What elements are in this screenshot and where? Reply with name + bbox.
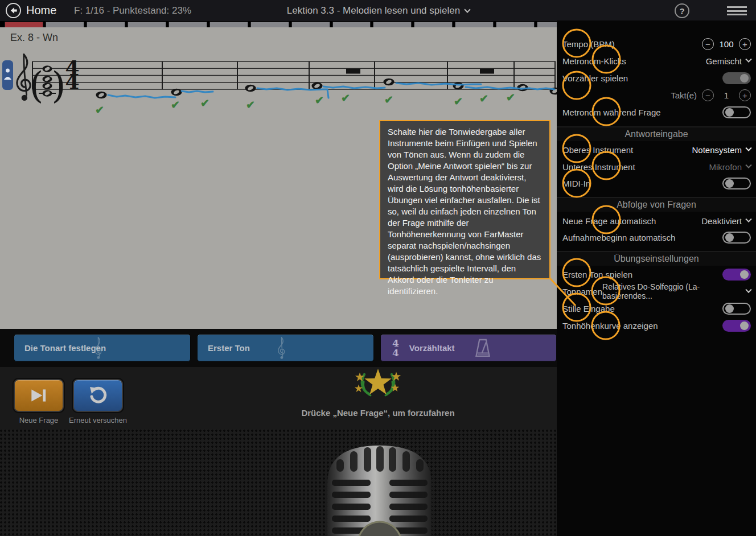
svg-text:✔: ✔ xyxy=(341,92,350,104)
tempo-row: Tempo (BPM) − 100 + xyxy=(557,35,756,52)
midi-in-label: MIDI-In xyxy=(562,179,590,188)
score-stars xyxy=(338,368,418,398)
svg-text:): ) xyxy=(52,64,66,106)
tempo-value: 100 xyxy=(719,39,734,49)
hamburger-menu-button[interactable] xyxy=(727,6,747,15)
skip-next-icon xyxy=(28,387,49,403)
bars-value: 1 xyxy=(719,90,734,100)
upper-instrument-label: Oberes Instrument xyxy=(562,145,633,155)
count-in-label: Vorzähler spielen xyxy=(562,73,628,83)
answer-input-header: Antworteingabe xyxy=(557,126,756,141)
count-in-toggle[interactable] xyxy=(722,72,751,84)
exercise-label: Ex. 8 - Wn xyxy=(10,32,58,44)
position-marker xyxy=(2,60,13,90)
treble-clef-icon xyxy=(93,336,103,361)
pitch-curve-row: Tonhöhenkurve anzeigen xyxy=(557,317,756,334)
new-question-auto-dropdown[interactable]: Deaktiviert xyxy=(701,216,751,226)
correct-checkmarks: ✔✔✔ ✔✔✔ ✔✔✔ ✔ xyxy=(95,92,515,116)
play-first-note-toggle[interactable] xyxy=(722,269,751,281)
transport-bar: Neue Frage Erneut versuchen xyxy=(0,367,557,430)
new-question-auto-row: Neue Frage automatisch Deaktiviert xyxy=(557,212,756,229)
bars-label: Takt(e) xyxy=(671,90,697,100)
count-in-time-signature: 44 xyxy=(392,339,399,357)
retry-icon xyxy=(88,386,108,405)
treble-clef-icon xyxy=(17,55,30,101)
svg-text:✔: ✔ xyxy=(454,96,463,108)
help-button[interactable]: ? xyxy=(675,3,689,18)
top-bar: Home F: 1/16 - Punktestand: 23% Lektion … xyxy=(0,0,756,21)
chevron-down-icon xyxy=(746,287,752,293)
silent-input-toggle[interactable] xyxy=(722,303,751,315)
svg-text:✔: ✔ xyxy=(95,104,104,116)
svg-text:4: 4 xyxy=(65,69,79,93)
svg-text:✔: ✔ xyxy=(384,94,393,106)
set-key-button[interactable]: Die Tonart festlegen xyxy=(14,334,191,362)
microphone-panel xyxy=(0,430,557,536)
auto-record-label: Aufnahmebeginn automatisch xyxy=(562,233,675,242)
svg-text:✔: ✔ xyxy=(506,92,515,104)
staff-lines xyxy=(32,61,556,89)
play-first-note-row: Ersten Ton spielen xyxy=(557,266,756,283)
back-button[interactable] xyxy=(6,3,21,18)
upper-instrument-dropdown[interactable]: Notensystem xyxy=(692,145,751,155)
svg-text:(: ( xyxy=(30,64,44,106)
note-names-label: Tonnamen xyxy=(562,287,602,296)
help-tooltip-text: Schalte hier die Tonwiedergabe aller Ins… xyxy=(388,127,541,296)
metronome-during-question-toggle[interactable] xyxy=(722,106,751,118)
home-label[interactable]: Home xyxy=(26,4,56,17)
metronome-during-question-row: Metronom während Frage xyxy=(557,104,756,121)
question-flow-header: Abfolge von Fragen xyxy=(557,197,756,212)
lower-instrument-row: Unteres Instrument Mikrofon xyxy=(557,158,756,175)
time-signature: 4 4 xyxy=(65,56,79,93)
bars-increase-button[interactable]: + xyxy=(739,89,751,101)
question-progress-label: F: 1/16 - Punktestand: 23% xyxy=(74,5,191,17)
svg-text:✔: ✔ xyxy=(171,99,180,111)
metronome-clicks-label: Metronom-Klicks xyxy=(562,56,626,66)
help-tooltip: Schalte hier die Tonwiedergabe aller Ins… xyxy=(379,120,550,279)
metronome-icon xyxy=(474,338,491,358)
metronome-during-question-label: Metronom während Frage xyxy=(562,108,661,117)
midi-in-row: MIDI-In xyxy=(557,175,756,192)
retry-button[interactable] xyxy=(73,379,123,412)
chevron-down-icon xyxy=(745,162,751,168)
new-question-auto-label: Neue Frage automatisch xyxy=(562,216,656,226)
earmaster-window: Home F: 1/16 - Punktestand: 23% Lektion … xyxy=(0,0,756,536)
count-in-row: Vorzähler spielen xyxy=(557,69,756,86)
midi-in-toggle[interactable] xyxy=(722,178,751,189)
treble-clef-icon xyxy=(276,336,286,361)
chevron-down-icon xyxy=(464,6,470,13)
note-names-dropdown[interactable]: Relatives Do-Solfeggio (La-basierendes..… xyxy=(602,282,751,300)
auto-record-row: Aufnahmebeginn automatisch xyxy=(557,229,756,246)
metronome-clicks-dropdown[interactable]: Gemischt xyxy=(706,56,751,66)
pitch-curve-toggle[interactable] xyxy=(722,320,751,332)
key-chord: ( ) xyxy=(30,64,66,106)
auto-record-toggle[interactable] xyxy=(722,232,751,244)
new-question-button[interactable] xyxy=(14,379,64,412)
tempo-label: Tempo (BPM) xyxy=(562,39,615,49)
count-in-button[interactable]: 44 Vorzähltakt xyxy=(380,334,557,362)
pitch-curve-label: Tonhöhenkurve anzeigen xyxy=(562,321,658,331)
chevron-down-icon xyxy=(745,56,751,63)
rests xyxy=(346,69,494,74)
tempo-increase-button[interactable]: + xyxy=(739,38,751,50)
exercise-action-bar: Die Tonart festlegen Erster Ton 44 Vorzä… xyxy=(0,329,557,367)
back-arrow-icon xyxy=(9,6,18,15)
upper-instrument-row: Oberes Instrument Notensystem xyxy=(557,141,756,158)
svg-text:✔: ✔ xyxy=(315,94,324,106)
chevron-down-icon xyxy=(745,145,751,151)
exercise-settings-header: Übungseinstellungen xyxy=(557,251,756,266)
note-names-row: Tonnamen Relatives Do-Solfeggio (La-basi… xyxy=(557,283,756,300)
tempo-decrease-button[interactable]: − xyxy=(702,38,714,50)
play-first-note-label: Ersten Ton spielen xyxy=(562,270,632,279)
silent-input-row: Stille Eingabe xyxy=(557,300,756,317)
first-note-button[interactable]: Erster Ton xyxy=(197,334,374,362)
bars-decrease-button[interactable]: − xyxy=(702,89,714,101)
lesson-title-dropdown[interactable]: Lektion 3.3 - Melodien lesen und spielen xyxy=(200,5,556,17)
chevron-down-icon xyxy=(745,216,751,222)
svg-text:✔: ✔ xyxy=(200,97,209,109)
lower-instrument-label: Unteres Instrument xyxy=(562,162,635,172)
microphone-icon xyxy=(319,430,441,536)
svg-text:✔: ✔ xyxy=(246,99,255,111)
lower-instrument-dropdown[interactable]: Mikrofon xyxy=(709,162,751,172)
settings-sidebar: Tempo (BPM) − 100 + Metronom-Klicks Gemi… xyxy=(557,20,756,536)
